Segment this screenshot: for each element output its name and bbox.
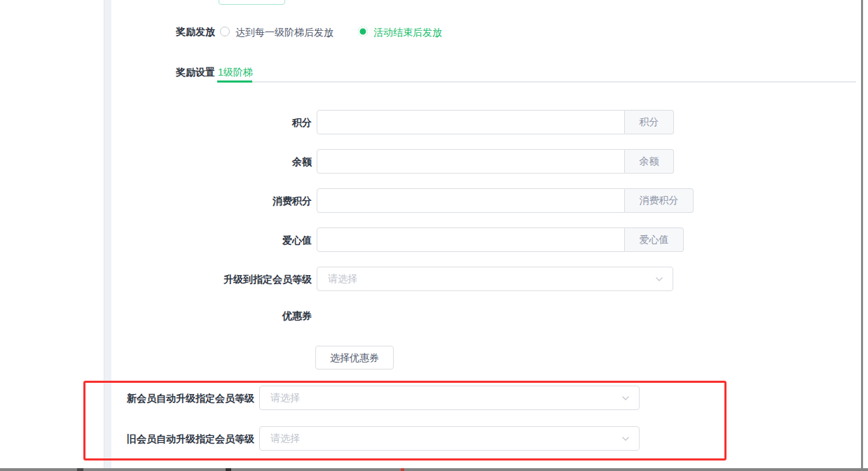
bottom-cutoff-content <box>0 468 868 471</box>
upgrade-level-label: 升级到指定会员等级 <box>168 274 312 285</box>
love-value-label: 爱心值 <box>168 234 312 246</box>
consume-points-addon: 消费积分 <box>625 188 694 213</box>
window-right-border <box>861 0 863 471</box>
old-member-upgrade-placeholder: 请选择 <box>270 433 621 445</box>
cutoff-required-asterisk-fragment <box>401 468 404 471</box>
new-member-upgrade-placeholder: 请选择 <box>270 392 621 405</box>
balance-addon: 余额 <box>625 149 674 174</box>
new-member-upgrade-label: 新会员自动升级指定会员等级 <box>112 393 254 404</box>
cutoff-top-button[interactable] <box>219 0 285 5</box>
radio-issue-after-end-label[interactable]: 活动结束后发放 <box>373 27 442 38</box>
old-member-upgrade-label: 旧会员自动升级指定会员等级 <box>112 433 254 444</box>
chevron-down-icon <box>621 393 631 403</box>
upgrade-level-select[interactable]: 请选择 <box>317 267 673 291</box>
upgrade-level-placeholder: 请选择 <box>328 273 654 286</box>
chevron-down-icon <box>621 434 631 444</box>
consume-points-input[interactable] <box>317 188 625 213</box>
choose-coupon-button[interactable]: 选择优惠券 <box>315 346 394 370</box>
radio-issue-per-tier[interactable] <box>220 27 230 36</box>
tab-active-underline <box>217 80 252 83</box>
old-member-upgrade-select[interactable]: 请选择 <box>259 426 640 451</box>
reward-issue-label: 奖励发放 <box>154 26 215 37</box>
points-addon: 积分 <box>625 110 674 134</box>
love-value-input[interactable] <box>317 227 625 252</box>
left-scrollbar-strip[interactable] <box>104 0 111 471</box>
points-label: 积分 <box>168 117 312 128</box>
tab-tier-1[interactable]: 1级阶梯 <box>218 66 253 78</box>
chevron-down-icon <box>654 274 664 284</box>
love-value-addon: 爱心值 <box>625 227 684 252</box>
cutoff-text-fragment <box>77 468 83 471</box>
radio-issue-per-tier-label[interactable]: 达到每一级阶梯后发放 <box>235 27 333 38</box>
balance-input[interactable] <box>317 149 625 174</box>
page: 奖励发放 达到每一级阶梯后发放 活动结束后发放 奖励设置 1级阶梯 积分 积分 … <box>0 0 868 471</box>
points-input[interactable] <box>317 110 625 134</box>
coupon-label: 优惠券 <box>168 310 312 321</box>
tab-bar-divider <box>217 81 856 83</box>
radio-issue-after-end[interactable] <box>358 27 368 36</box>
balance-label: 余额 <box>168 156 312 167</box>
new-member-upgrade-select[interactable]: 请选择 <box>259 386 640 410</box>
consume-points-label: 消费积分 <box>168 195 312 206</box>
reward-settings-label: 奖励设置 <box>154 66 215 78</box>
cutoff-text-fragment <box>226 468 231 471</box>
